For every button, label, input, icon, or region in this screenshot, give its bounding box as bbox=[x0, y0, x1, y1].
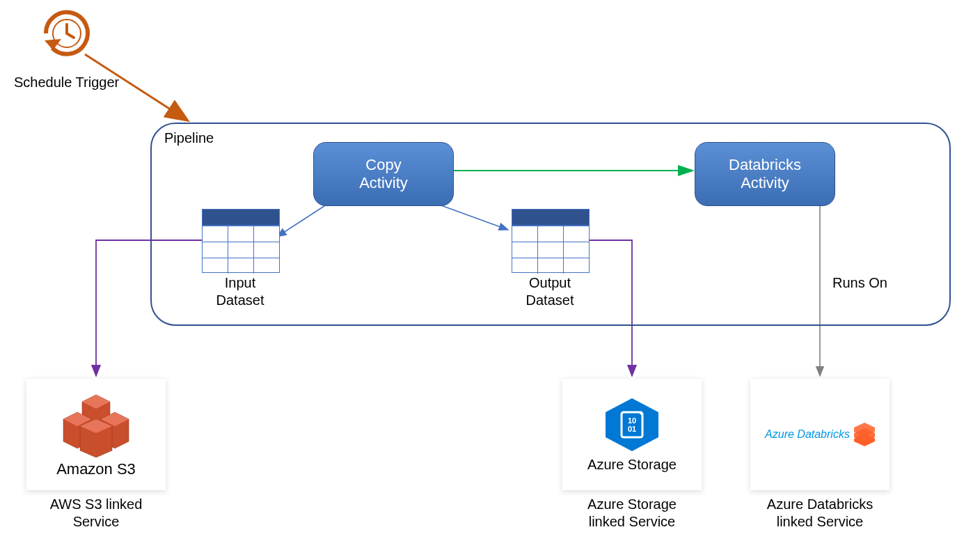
copy-activity-line1: Copy bbox=[365, 156, 401, 173]
databricks-icon bbox=[854, 423, 875, 446]
copy-activity-line2: Activity bbox=[359, 174, 408, 191]
schedule-trigger-label: Schedule Trigger bbox=[14, 74, 119, 91]
runs-on-label: Runs On bbox=[832, 274, 887, 292]
svg-text:01: 01 bbox=[628, 425, 636, 433]
s3-service-card: Amazon S3 bbox=[26, 379, 166, 490]
svg-point-0 bbox=[53, 19, 81, 47]
output-dataset-icon bbox=[512, 209, 590, 273]
azure-databricks-service-card: Azure Databricks bbox=[750, 379, 890, 490]
azure-databricks-logo-text: Azure Databricks bbox=[765, 428, 850, 441]
azure-storage-service-card: 10 01 Azure Storage bbox=[562, 379, 702, 490]
diagram-stage: Schedule Trigger Pipeline Copy Activity … bbox=[0, 0, 980, 541]
s3-logo-text: Amazon S3 bbox=[56, 460, 136, 478]
amazon-s3-icon bbox=[58, 391, 134, 457]
output-dataset-label: Output Dataset bbox=[519, 274, 581, 309]
databricks-activity-line1: Databricks bbox=[729, 156, 801, 173]
copy-activity-node: Copy Activity bbox=[313, 142, 454, 206]
azure-storage-service-label: Azure Storage linked Service bbox=[576, 496, 688, 531]
svg-line-2 bbox=[67, 33, 74, 38]
azure-storage-icon: 10 01 bbox=[601, 397, 663, 453]
databricks-activity-line2: Activity bbox=[741, 174, 789, 191]
s3-service-label: AWS S3 linked Service bbox=[33, 496, 159, 531]
input-dataset-label: Input Dataset bbox=[209, 274, 271, 309]
azure-databricks-service-label: Azure Databricks linked Service bbox=[764, 496, 876, 531]
schedule-trigger-icon bbox=[45, 13, 88, 54]
databricks-activity-node: Databricks Activity bbox=[695, 142, 835, 206]
azure-storage-logo-text: Azure Storage bbox=[587, 457, 677, 473]
pipeline-title: Pipeline bbox=[164, 130, 214, 147]
svg-text:10: 10 bbox=[628, 416, 636, 425]
input-dataset-icon bbox=[202, 209, 280, 273]
